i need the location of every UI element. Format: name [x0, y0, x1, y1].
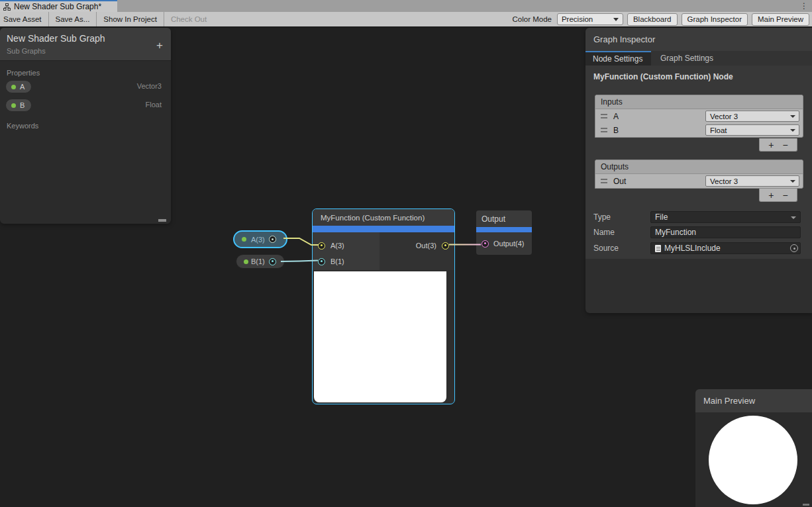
inspector-tabs: Node Settings Graph Settings — [585, 51, 812, 66]
remove-output-button[interactable]: − — [783, 190, 788, 201]
window-tab-title: New Shader Sub Graph* — [14, 2, 101, 11]
file-icon — [655, 245, 661, 252]
port-out-b[interactable] — [269, 258, 276, 265]
chevron-down-icon — [791, 216, 796, 219]
blackboard-header[interactable]: New Shader Sub Graph Sub Graphs + — [0, 28, 171, 61]
color-mode-dropdown[interactable]: Precision — [557, 13, 623, 25]
precision-bar — [476, 227, 532, 232]
property-pill-b[interactable]: B — [5, 99, 32, 112]
port-out-icon[interactable] — [442, 242, 449, 250]
graph-inspector-title[interactable]: Graph Inspector — [585, 28, 812, 51]
inputs-list-footer: + − — [759, 138, 797, 152]
add-input-button[interactable]: + — [768, 140, 774, 150]
window-tab[interactable]: New Shader Sub Graph* — [0, 0, 117, 12]
input-port-row-b[interactable]: B(1) — [313, 254, 380, 269]
input-ports-area: A(3) B(1) — [313, 232, 380, 270]
tab-node-settings[interactable]: Node Settings — [585, 51, 651, 66]
exposed-dot-icon — [11, 103, 16, 108]
check-out-button: Check Out — [164, 12, 213, 26]
main-preview-title[interactable]: Main Preview — [695, 389, 812, 412]
shader-graph-icon — [3, 3, 11, 11]
exposed-dot-icon — [11, 85, 16, 89]
chevron-down-icon — [790, 180, 795, 183]
property-node-b[interactable]: B(1) — [236, 254, 285, 269]
preview-sphere — [709, 416, 797, 504]
exposed-dot-icon — [242, 237, 246, 242]
property-type-b: Float — [146, 95, 162, 114]
exposed-dot-icon — [244, 259, 248, 264]
myfunction-node-title[interactable]: MyFunction (Custom Function) — [313, 209, 454, 226]
remove-input-button[interactable]: − — [783, 140, 788, 150]
input-port-row-a[interactable]: A(3) — [313, 238, 380, 254]
properties-section-label: Properties — [0, 69, 171, 77]
property-row-b[interactable]: B Float — [0, 95, 171, 114]
add-property-button[interactable]: + — [156, 40, 163, 51]
graph-inspector-panel: Graph Inspector Node Settings Graph Sett… — [585, 28, 812, 313]
drag-handle-icon[interactable] — [601, 114, 607, 118]
source-object-field[interactable]: MyHLSLInclude — [650, 242, 801, 254]
blackboard-title: New Shader Sub Graph — [7, 33, 164, 44]
object-picker-icon[interactable] — [790, 244, 798, 252]
graph-inspector-toggle-button[interactable]: Graph Inspector — [682, 13, 748, 26]
outputs-list-footer: + − — [759, 189, 797, 202]
output-port-row[interactable]: Output(4) — [476, 232, 532, 255]
show-in-project-button[interactable]: Show In Project — [97, 12, 164, 26]
inputs-list-header: Inputs — [595, 95, 803, 109]
output-port-row-out[interactable]: Out(3) — [380, 238, 454, 254]
input-b-type-dropdown[interactable]: Float — [705, 124, 799, 136]
blackboard-subtitle: Sub Graphs — [7, 47, 164, 55]
outputs-list-header: Outputs — [595, 160, 803, 174]
outputs-row-out[interactable]: Out Vector 3 — [595, 174, 803, 188]
chevron-down-icon — [790, 115, 795, 118]
node-preview — [314, 271, 446, 402]
toolbar: Save Asset Save As... Show In Project Ch… — [0, 12, 812, 27]
myfunction-node[interactable]: MyFunction (Custom Function) A(3) B(1) O… — [312, 208, 455, 404]
port-in-b-icon[interactable] — [318, 258, 325, 265]
output-node-title[interactable]: Output — [476, 210, 532, 227]
property-type-a: Vector3 — [137, 77, 162, 95]
main-preview-toggle-button[interactable]: Main Preview — [752, 13, 809, 26]
add-output-button[interactable]: + — [768, 190, 774, 201]
type-label: Type — [593, 212, 611, 222]
property-row-a[interactable]: A Vector3 — [0, 77, 171, 95]
drag-handle-icon[interactable] — [601, 179, 607, 183]
input-a-type-dropdown[interactable]: Vector 3 — [705, 111, 799, 122]
inputs-row-b[interactable]: B Float — [595, 123, 803, 137]
source-label: Source — [593, 244, 619, 253]
source-field-row: Source MyHLSLInclude — [593, 242, 804, 254]
node-settings-content: MyFunction (Custom Function) Node Inputs… — [585, 66, 812, 259]
save-asset-button[interactable]: Save Asset — [0, 12, 48, 26]
graph-canvas[interactable]: New Shader Sub Graph Sub Graphs + Proper… — [0, 27, 812, 507]
window-tab-strip: New Shader Sub Graph* ⋮ — [0, 0, 812, 12]
port-in-a-icon[interactable] — [318, 242, 325, 250]
outputs-list: Outputs Out Vector 3 — [595, 160, 803, 189]
name-label: Name — [593, 228, 615, 237]
color-mode-label: Color Mode — [513, 15, 552, 23]
main-preview-resize-handle[interactable] — [803, 504, 809, 506]
chevron-down-icon — [790, 129, 795, 132]
blackboard-panel: New Shader Sub Graph Sub Graphs + Proper… — [0, 28, 171, 224]
port-out-a[interactable] — [269, 236, 276, 243]
output-out-type-dropdown[interactable]: Vector 3 — [705, 175, 799, 187]
node-settings-heading: MyFunction (Custom Function) Node — [593, 72, 733, 81]
precision-bar — [313, 226, 454, 232]
keywords-section-label: Keywords — [0, 122, 171, 130]
port-output4-icon[interactable] — [482, 240, 489, 248]
property-pill-a[interactable]: A — [5, 80, 32, 93]
type-dropdown[interactable]: File — [650, 211, 801, 223]
type-field-row: Type File — [593, 211, 804, 223]
window-menu-icon[interactable]: ⋮ — [800, 1, 808, 11]
inputs-list: Inputs A Vector 3 B Float — [595, 95, 803, 138]
output-node[interactable]: Output Output(4) — [476, 210, 532, 255]
blackboard-resize-handle[interactable] — [158, 219, 166, 222]
property-node-a[interactable]: A(3) — [233, 230, 287, 248]
main-preview-panel: Main Preview — [695, 389, 812, 507]
output-ports-area: Out(3) — [380, 232, 454, 270]
drag-handle-icon[interactable] — [601, 128, 607, 132]
save-as-button[interactable]: Save As... — [49, 12, 97, 26]
name-input[interactable]: MyFunction — [650, 226, 801, 238]
blackboard-toggle-button[interactable]: Blackboard — [627, 13, 678, 26]
tab-graph-settings[interactable]: Graph Settings — [651, 51, 723, 66]
inputs-row-a[interactable]: A Vector 3 — [595, 109, 803, 123]
chevron-down-icon — [613, 18, 619, 21]
